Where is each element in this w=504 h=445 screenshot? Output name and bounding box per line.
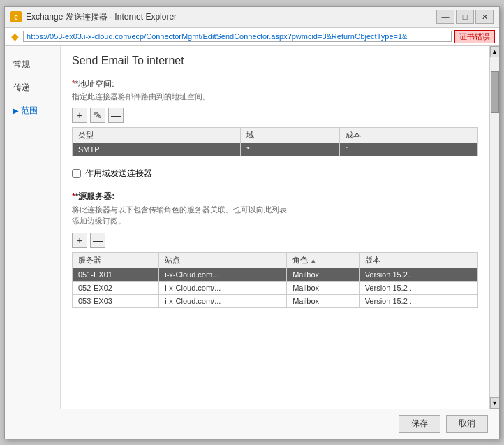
sidebar-item-general[interactable]: 常规 bbox=[10, 57, 54, 72]
address-space-toolbar: + ✎ — bbox=[72, 108, 478, 123]
cell-site: i-x-Cloud.com... bbox=[159, 268, 287, 281]
cell-server: 052-EX02 bbox=[73, 281, 159, 294]
cell-role: Mailbox bbox=[287, 294, 359, 307]
cell-version: Version 15.2... bbox=[359, 268, 477, 281]
cell-role: Mailbox bbox=[287, 281, 359, 294]
app-icon: e bbox=[10, 11, 22, 22]
scoped-connector-checkbox[interactable] bbox=[72, 169, 81, 178]
close-button[interactable]: ✕ bbox=[475, 10, 494, 24]
cell-type: SMTP bbox=[73, 143, 241, 156]
source-servers-remove-button[interactable]: — bbox=[90, 233, 105, 248]
address-space-edit-button[interactable]: ✎ bbox=[90, 108, 105, 123]
col-header-version: 版本 bbox=[359, 252, 477, 268]
address-space-add-button[interactable]: + bbox=[72, 108, 87, 123]
sidebar-item-scope-label: 范围 bbox=[21, 105, 38, 115]
browser-icon: ◆ bbox=[9, 31, 20, 42]
minimize-button[interactable]: — bbox=[436, 10, 454, 24]
scrollbar-thumb[interactable] bbox=[491, 71, 499, 113]
table-row[interactable]: 052-EX02 i-x-Cloud.com/... Mailbox Versi… bbox=[73, 281, 478, 294]
source-servers-toolbar: + — bbox=[72, 233, 478, 248]
title-bar-left: e Exchange 发送连接器 - Internet Explorer bbox=[10, 11, 177, 23]
table-row[interactable]: SMTP * 1 bbox=[73, 143, 478, 156]
table-row[interactable]: 051-EX01 i-x-Cloud.com... Mailbox Versio… bbox=[73, 268, 478, 281]
scoped-connector-label[interactable]: 作用域发送连接器 bbox=[85, 168, 152, 180]
cell-site: i-x-Cloud.com/... bbox=[159, 294, 287, 307]
source-servers-header-row: 服务器 站点 角色 ▲ 版本 bbox=[73, 252, 478, 268]
window-title: Exchange 发送连接器 - Internet Explorer bbox=[26, 11, 177, 23]
sort-arrow-icon: ▲ bbox=[310, 257, 316, 264]
main-content: Send Email To internet **地址空间: 指定此连接器将邮件… bbox=[61, 46, 489, 409]
cancel-button[interactable]: 取消 bbox=[446, 415, 488, 433]
main-window: e Exchange 发送连接器 - Internet Explorer — □… bbox=[4, 6, 500, 439]
source-servers-desc: 将此连接器与以下包含传输角色的服务器关联。也可以向此列表 添加边缘订阅。 bbox=[72, 204, 478, 227]
title-bar: e Exchange 发送连接器 - Internet Explorer — □… bbox=[5, 7, 499, 28]
footer-buttons: 保存 取消 bbox=[5, 409, 499, 439]
sidebar-item-delivery-label: 传递 bbox=[13, 82, 30, 92]
cell-site: i-x-Cloud.com/... bbox=[159, 281, 287, 294]
window-controls: — □ ✕ bbox=[436, 10, 494, 24]
col-header-cost: 成本 bbox=[340, 127, 478, 143]
col-header-role: 角色 ▲ bbox=[287, 252, 359, 268]
source-servers-label: **源服务器: bbox=[72, 191, 478, 203]
address-space-label: **地址空间: bbox=[72, 78, 478, 90]
scroll-down-button[interactable]: ▼ bbox=[490, 397, 500, 409]
sidebar-item-scope[interactable]: 范围 bbox=[10, 103, 54, 118]
address-bar: ◆ https://053-ex03.i-x-cloud.com/ecp/Con… bbox=[5, 28, 499, 46]
content-area: 常规 传递 范围 Send Email To internet **地址空间: … bbox=[5, 46, 499, 409]
address-space-header-row: 类型 域 成本 bbox=[73, 127, 478, 143]
cert-error-badge[interactable]: 证书错误 bbox=[454, 30, 495, 43]
sidebar-item-delivery[interactable]: 传递 bbox=[10, 80, 54, 95]
save-button[interactable]: 保存 bbox=[399, 415, 440, 433]
url-bar[interactable]: https://053-ex03.i-x-cloud.com/ecp/Conne… bbox=[23, 31, 452, 42]
address-space-desc: 指定此连接器将邮件路由到的地址空间。 bbox=[72, 92, 478, 102]
cell-server: 053-EX03 bbox=[73, 294, 159, 307]
col-header-server: 服务器 bbox=[73, 252, 159, 268]
col-header-domain: 域 bbox=[241, 127, 340, 143]
restore-button[interactable]: □ bbox=[456, 10, 474, 24]
table-row[interactable]: 053-EX03 i-x-Cloud.com/... Mailbox Versi… bbox=[73, 294, 478, 307]
scoped-connector-row: 作用域发送连接器 bbox=[72, 168, 478, 180]
col-header-type: 类型 bbox=[73, 127, 241, 143]
page-title: Send Email To internet bbox=[72, 54, 478, 67]
cell-version: Version 15.2 ... bbox=[359, 294, 477, 307]
address-space-remove-button[interactable]: — bbox=[108, 108, 124, 123]
address-space-section: **地址空间: 指定此连接器将邮件路由到的地址空间。 + ✎ — 类型 域 成本 bbox=[72, 78, 478, 156]
source-servers-table: 服务器 站点 角色 ▲ 版本 051-EX01 i-x-Cloud.com...… bbox=[72, 252, 478, 308]
cell-version: Version 15.2 ... bbox=[359, 281, 477, 294]
sidebar: 常规 传递 范围 bbox=[5, 46, 61, 409]
col-header-site: 站点 bbox=[159, 252, 287, 268]
sidebar-item-general-label: 常规 bbox=[13, 59, 30, 69]
address-space-table: 类型 域 成本 SMTP * 1 bbox=[72, 127, 478, 156]
source-servers-add-button[interactable]: + bbox=[72, 233, 87, 248]
scroll-up-button[interactable]: ▲ bbox=[490, 46, 500, 57]
scrollbar: ▲ ▼ bbox=[489, 46, 499, 409]
cell-role: Mailbox bbox=[287, 268, 359, 281]
cell-server: 051-EX01 bbox=[73, 268, 159, 281]
cell-domain: * bbox=[241, 143, 340, 156]
cell-cost: 1 bbox=[340, 143, 478, 156]
source-servers-section: **源服务器: 将此连接器与以下包含传输角色的服务器关联。也可以向此列表 添加边… bbox=[72, 191, 478, 308]
